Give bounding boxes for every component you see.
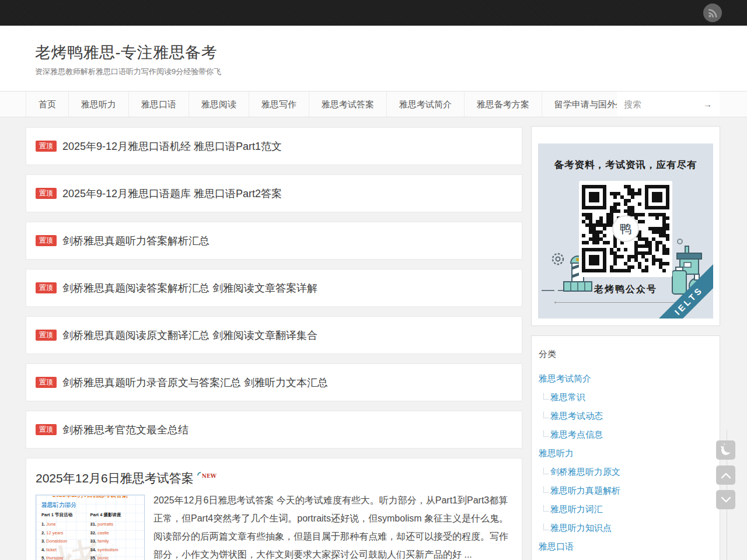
answer-item: 33. family [90,537,139,546]
moon-icon [720,444,732,456]
category-link[interactable]: 雅思听力知识点 [539,519,713,537]
nav-item[interactable]: 雅思口语 [129,92,189,117]
chevron-up-icon [721,472,731,479]
answer-item: 2. 12 years [41,529,90,538]
search-box: → [617,92,720,117]
pinned-badge: 置顶 [36,141,57,152]
scroll-top-button[interactable] [716,466,735,485]
post-title-link[interactable]: 剑桥雅思考官范文最全总结 [62,423,189,437]
pinned-badge: 置顶 [36,377,57,388]
category-link[interactable]: 剑桥雅思听力原文 [539,463,713,481]
nav-item[interactable]: 雅思听力 [69,92,129,117]
site-header: 老烤鸭雅思-专注雅思备考 资深雅思教师解析雅思口语听力写作阅读9分经验带你飞 [0,26,747,91]
pinned-post-card: 置顶 剑桥雅思真题阅读答案解析汇总 剑雅阅读文章答案详解 [26,269,522,307]
featured-title-text[interactable]: 2025年12月6日雅思考试答案 [36,471,194,485]
rss-button[interactable] [703,4,722,22]
featured-post-title[interactable]: 2025年12月6日雅思考试答案NEW [36,470,512,487]
post-thumbnail-image[interactable]: 2025年12月6日雅思考试答案 雅思听力部分 Part 1 节目活动 1. J… [36,495,145,560]
pinned-badge: 置顶 [36,235,57,246]
category-link[interactable]: 雅思听力 [539,444,713,463]
categories-widget: 分类 雅思考试简介雅思常识雅思考试动态雅思考点信息雅思听力剑桥雅思听力原文雅思听… [531,335,720,560]
main-nav: 首页雅思听力雅思口语雅思阅读雅思写作雅思考试答案雅思考试简介雅思备考方案留学申请… [0,91,747,117]
pinned-post-card: 置顶 2025年9-12月雅思口语机经 雅思口语Part1范文 [26,127,522,165]
post-title-link[interactable]: 2025年9-12月雅思口语题库 雅思口语Part2答案 [62,187,282,201]
pinned-badge: 置顶 [36,282,57,293]
pinned-post-card: 置顶 剑桥雅思考官范文最全总结 [26,411,522,449]
post-title-link[interactable]: 剑桥雅思真题听力录音原文与答案汇总 剑雅听力文本汇总 [62,376,328,390]
answer-item: 32. castle [90,529,139,538]
night-mode-button[interactable] [716,440,735,460]
chevron-down-icon [721,496,731,503]
answer-item: 5. thursday [41,554,90,560]
topbar [0,0,747,26]
category-link[interactable]: 雅思听力真题解析 [539,481,713,500]
nav-menu: 首页雅思听力雅思口语雅思阅读雅思写作雅思考试答案雅思考试简介雅思备考方案留学申请… [26,92,646,117]
nav-item[interactable]: 雅思写作 [249,92,309,117]
thumbnail-answers-col2: 31. portraits32. castle33. family34. sym… [90,520,139,560]
post-title-link[interactable]: 剑桥雅思真题阅读答案解析汇总 剑雅阅读文章答案详解 [62,281,317,295]
wechat-qr-image: 备考资料，考试资讯，应有尽有 鸭 老烤鸭公众号 IELTS [538,144,713,318]
category-link[interactable]: 雅思考试简介 [539,369,713,388]
qr-divider-line [556,302,693,303]
nav-item[interactable]: 雅思备考方案 [465,92,542,117]
pinned-post-card: 置顶 剑桥雅思真题听力录音原文与答案汇总 剑雅听力文本汇总 [26,363,522,401]
page: 老烤鸭雅思-专注雅思备考 资深雅思教师解析雅思口语听力写作阅读9分经验带你飞 首… [0,0,747,560]
nav-item[interactable]: 雅思考试答案 [309,92,387,117]
pinned-posts: 置顶 2025年9-12月雅思口语机经 雅思口语Part1范文 置顶 2025年… [26,127,522,449]
qr-center-logo: 鸭 [612,215,639,242]
scroll-bottom-button[interactable] [716,490,735,509]
category-link[interactable]: 雅思常识 [539,388,713,407]
pinned-post-card: 置顶 剑桥雅思真题阅读原文翻译汇总 剑雅阅读文章翻译集合 [26,316,522,354]
tree-branch-icon [543,412,549,418]
category-link[interactable]: 雅思考点信息 [539,425,713,444]
answer-item: 35. picnic [90,554,139,560]
category-link[interactable]: 雅思考试动态 [539,407,713,425]
site-tagline: 资深雅思教师解析雅思口语听力写作阅读9分经验带你飞 [35,66,221,77]
post-title-link[interactable]: 剑桥雅思真题听力答案解析汇总 [62,234,210,248]
nav-item[interactable]: 雅思阅读 [189,92,249,117]
categories-list: 雅思考试简介雅思常识雅思考试动态雅思考点信息雅思听力剑桥雅思听力原文雅思听力真题… [539,369,713,556]
answer-item: 31. portraits [90,520,139,529]
thumbnail-col1-header: Part 1 节目活动 [41,512,90,518]
tree-branch-icon [543,487,549,493]
sidebar: 备考资料，考试资讯，应有尽有 鸭 老烤鸭公众号 IELTS 分类 雅思考试简介雅… [531,126,720,560]
answer-item: 3. Donaldson [41,537,90,546]
category-link[interactable]: 雅思口语 [539,537,713,556]
category-link[interactable]: 雅思听力词汇 [539,500,713,519]
pinned-badge: 置顶 [36,188,57,199]
tree-branch-icon [543,524,549,530]
qr-code: 鸭 [579,181,672,277]
site-title[interactable]: 老烤鸭雅思-专注雅思备考 [35,42,217,63]
tree-branch-icon [543,505,549,512]
answer-item: 1. June [41,520,90,529]
tree-branch-icon [543,393,549,400]
rss-icon [708,8,718,18]
tree-branch-icon [543,468,549,474]
post-list: 置顶 2025年9-12月雅思口语机经 雅思口语Part1范文 置顶 2025年… [26,127,522,560]
pinned-post-card: 置顶 2025年9-12月雅思口语题库 雅思口语Part2答案 [26,174,522,212]
post-title-link[interactable]: 剑桥雅思真题阅读原文翻译汇总 剑雅阅读文章翻译集合 [62,328,317,342]
answer-item: 4. ticket [41,546,90,555]
nav-item[interactable]: 雅思考试简介 [387,92,465,117]
new-icon: NEW [197,473,217,479]
qr-slogan: 备考资料，考试资讯，应有尽有 [538,159,713,172]
thumbnail-answers-col1: 1. June2. 12 years3. Donaldson4. ticket5… [41,520,90,560]
search-input[interactable] [617,99,696,109]
qr-widget: 备考资料，考试资讯，应有尽有 鸭 老烤鸭公众号 IELTS [531,126,720,326]
search-submit-icon[interactable]: → [703,99,720,109]
answer-item: 34. symbolism [90,546,139,555]
categories-widget-title: 分类 [539,349,713,360]
post-excerpt: 2025年12月6日雅思考试答案 今天的考试难度有些大。听力部分，从Part1到… [153,491,512,560]
pinned-post-card: 置顶 剑桥雅思真题听力答案解析汇总 [26,222,522,260]
pinned-badge: 置顶 [36,424,57,435]
nav-item[interactable]: 首页 [26,92,69,117]
post-title-link[interactable]: 2025年9-12月雅思口语机经 雅思口语Part1范文 [62,139,282,153]
tree-branch-icon [543,430,549,437]
featured-post-card: 2025年12月6日雅思考试答案NEW 2025年12月6日雅思考试答案 雅思听… [26,458,522,560]
thumbnail-col2-header: Part 4 摄影讲座 [90,512,139,518]
pinned-badge: 置顶 [36,330,57,341]
